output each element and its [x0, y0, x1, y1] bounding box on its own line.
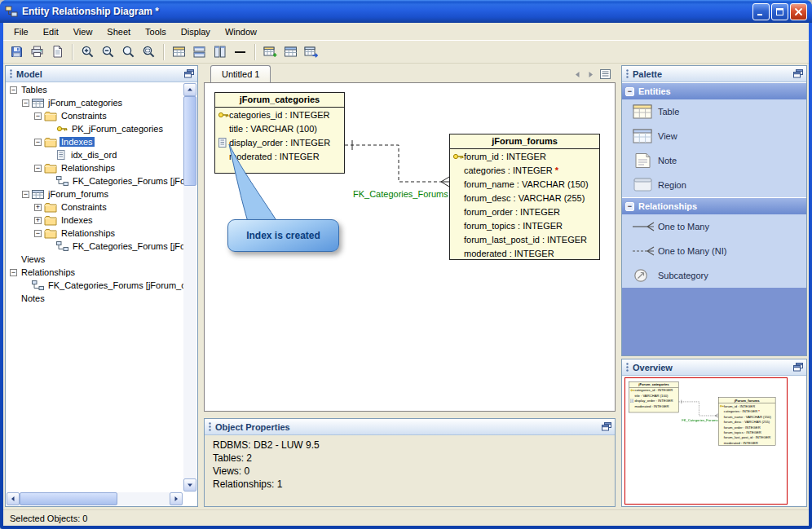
entity-jforum-forums[interactable]: jForum_forumsforum_id : INTEGERcategorie… — [718, 398, 775, 446]
collapse-icon[interactable]: − — [22, 191, 29, 198]
menu-window[interactable]: Window — [218, 24, 264, 39]
entity-jforum-categories[interactable]: jForum_categoriescategories_id : INTEGER… — [214, 92, 345, 174]
overview-viewport[interactable]: jForum_categoriescategories_id : INTEGER… — [624, 377, 788, 505]
menu-sheet[interactable]: Sheet — [99, 24, 138, 39]
entity-column[interactable]: forum_order : INTEGER — [450, 205, 599, 218]
horizontal-scroll-thumb[interactable] — [20, 492, 117, 505]
entity-column[interactable]: forum_topics : INTEGER — [450, 218, 599, 232]
entity-column[interactable]: forum_desc : VARCHAR (255) — [718, 419, 775, 424]
expand-icon[interactable]: + — [34, 204, 42, 211]
hline-button[interactable] — [230, 42, 249, 62]
entity-column[interactable]: display_order : INTEGER — [215, 135, 344, 149]
float-panel-icon[interactable] — [602, 422, 611, 431]
entity-jforum-forums[interactable]: jForum_forumsforum_id : INTEGERcategorie… — [449, 134, 600, 260]
tree-item-fk-categories-forums-jforum-ca[interactable]: FK_Categories_Forums [jForum_ca... — [7, 279, 183, 292]
table-new-button[interactable] — [260, 42, 280, 62]
entity-column[interactable]: moderated : INTEGER — [215, 149, 344, 163]
palette-item-table[interactable]: Table — [622, 99, 806, 124]
palette-section-relationships[interactable]: −Relationships — [622, 197, 806, 214]
fk-relationship-label[interactable]: FK_Categories_Forums — [682, 418, 717, 422]
entity-column[interactable]: forum_desc : VARCHAR (255) — [450, 191, 599, 205]
float-panel-icon[interactable] — [184, 69, 194, 78]
entity-column[interactable]: categories_id : INTEGER — [215, 108, 344, 121]
tree-item-jforum-categories[interactable]: −jForum_categories — [7, 96, 183, 109]
collapse-icon[interactable]: − — [22, 99, 29, 107]
entity-column[interactable]: categories_id : INTEGER — [629, 387, 678, 392]
menu-file[interactable]: File — [7, 24, 36, 39]
zoom-area-button[interactable] — [139, 42, 158, 62]
collapse-icon[interactable]: − — [625, 87, 634, 96]
menu-view[interactable]: View — [66, 24, 100, 39]
maximize-button[interactable] — [771, 3, 788, 20]
scroll-left-button[interactable] — [7, 492, 20, 505]
menu-edit[interactable]: Edit — [36, 24, 66, 39]
save-button[interactable] — [7, 42, 26, 62]
palette-section-entities[interactable]: −Entities — [622, 82, 806, 99]
tab-prev-icon[interactable] — [574, 70, 581, 80]
menu-display[interactable]: Display — [174, 24, 218, 39]
tree-item-constraints[interactable]: −Constraints — [7, 109, 183, 122]
tree-item-relationships[interactable]: −Relationships — [7, 266, 183, 279]
entity-column[interactable]: forum_last_post_id : INTEGER — [450, 232, 599, 246]
palette-item-one-to-many-ni[interactable]: One to Many (NI) — [622, 239, 806, 263]
tile-vertical-button[interactable] — [210, 42, 229, 62]
tab-untitled-1[interactable]: Untitled 1 — [210, 65, 271, 82]
tree-item-indexes[interactable]: −Indexes — [7, 135, 183, 148]
collapse-icon[interactable]: − — [34, 139, 42, 146]
minimize-button[interactable] — [752, 3, 770, 20]
index-created-callout[interactable]: Index is created — [227, 219, 339, 252]
tree-item-views[interactable]: Views — [7, 253, 183, 266]
tab-next-icon[interactable] — [587, 70, 594, 80]
tab-list-icon[interactable] — [600, 69, 611, 81]
print-button[interactable] — [27, 42, 46, 62]
tree-item-relationships[interactable]: −Relationships — [7, 227, 183, 240]
entity-column[interactable]: display_order : INTEGER — [629, 398, 678, 403]
scroll-down-button[interactable] — [183, 478, 196, 492]
fk-relationship-label[interactable]: FK_Categories_Forums — [353, 189, 448, 199]
entity-column[interactable]: forum_name : VARCHAR (150) — [450, 177, 599, 191]
tree-item-fk-categories-forums-jfo[interactable]: FK_Categories_Forums [jFo — [7, 240, 183, 253]
tree-item-jforum-forums[interactable]: −jForum_forums — [7, 187, 183, 201]
entity-column[interactable]: moderated : INTEGER — [450, 246, 599, 260]
tree-horizontal-scrollbar[interactable] — [7, 492, 183, 505]
tree-item-idx-dis-ord[interactable]: idx_dis_ord — [7, 148, 183, 161]
tree-item-fk-categories-forums-jfo[interactable]: FK_Categories_Forums [jFo — [7, 174, 183, 187]
tree-item-relationships[interactable]: −Relationships — [7, 161, 183, 174]
entity-column[interactable]: moderated : INTEGER — [718, 440, 775, 445]
collapse-icon[interactable]: − — [34, 230, 42, 237]
collapse-icon[interactable]: − — [10, 86, 17, 94]
tree-vertical-scrollbar[interactable] — [183, 83, 196, 492]
collapse-icon[interactable]: − — [625, 202, 634, 211]
tree-item-tables[interactable]: −Tables — [7, 83, 183, 96]
palette-item-view[interactable]: View — [622, 124, 806, 148]
float-panel-icon[interactable] — [793, 363, 803, 372]
table-export-button[interactable] — [301, 42, 320, 62]
palette-item-note[interactable]: Note — [622, 148, 806, 173]
tree-item-notes[interactable]: Notes — [7, 292, 183, 305]
tree-item-indexes[interactable]: +Indexes — [7, 214, 183, 227]
collapse-icon[interactable]: − — [10, 269, 17, 276]
table-grid-button[interactable] — [169, 42, 188, 62]
palette-item-subcategory[interactable]: Subcategory — [622, 263, 806, 288]
palette-item-region[interactable]: Region — [622, 173, 806, 197]
table-columns-button[interactable] — [280, 42, 300, 62]
tree-item-constraints[interactable]: +Constraints — [7, 201, 183, 214]
vertical-scroll-thumb[interactable] — [183, 96, 196, 186]
entity-column[interactable]: categories : INTEGER* — [450, 163, 599, 177]
menu-tools[interactable]: Tools — [138, 24, 174, 39]
close-button[interactable] — [790, 3, 807, 20]
tree-item-pk-jforum-categories[interactable]: PK_jForum_categories — [7, 122, 183, 135]
scroll-right-button[interactable] — [170, 492, 183, 505]
entity-column[interactable]: title : VARCHAR (100) — [215, 121, 344, 135]
expand-icon[interactable]: + — [34, 217, 42, 224]
diagram-canvas[interactable]: jForum_categoriescategories_id : INTEGER… — [204, 82, 616, 412]
tile-horizontal-button[interactable] — [189, 42, 209, 62]
collapse-icon[interactable]: − — [34, 112, 42, 120]
collapse-icon[interactable]: − — [34, 165, 42, 172]
zoom-button[interactable] — [118, 42, 138, 62]
float-panel-icon[interactable] — [793, 69, 803, 78]
zoom-out-button[interactable] — [98, 42, 117, 62]
entity-column[interactable]: forum_last_post_id : INTEGER — [718, 435, 775, 440]
titlebar[interactable]: Entity Relationship Diagram * — [0, 0, 812, 23]
page-button[interactable] — [47, 42, 67, 62]
